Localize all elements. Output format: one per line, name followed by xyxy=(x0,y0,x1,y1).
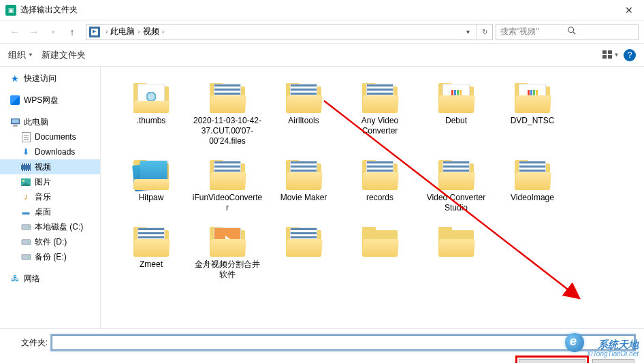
window-title: 选择输出文件夹 xyxy=(20,4,613,16)
folder-item[interactable]: .thumbs xyxy=(113,75,189,146)
folder-icon xyxy=(206,78,248,113)
view-mode-button[interactable]: ▼ xyxy=(602,48,619,63)
sidebar-item-3[interactable]: Documents xyxy=(0,129,100,144)
sidebar-label: 此电脑 xyxy=(24,116,48,128)
breadcrumb-item[interactable]: 此电脑 xyxy=(110,26,135,37)
titlebar: ▣ 选择输出文件夹 ✕ xyxy=(0,0,644,20)
nav-up-button[interactable]: ↑ xyxy=(63,23,82,41)
folder-icon xyxy=(511,78,553,113)
svg-line-1 xyxy=(573,32,576,35)
folder-item[interactable]: Video Converter Studio xyxy=(418,152,494,213)
sidebar-item-6[interactable]: 图片 xyxy=(0,174,100,189)
svg-rect-5 xyxy=(608,55,612,59)
folder-label: Movie Maker xyxy=(280,193,327,203)
sidebar-item-0[interactable]: ★快速访问 xyxy=(0,71,100,86)
folder-icon xyxy=(283,155,325,190)
organize-menu[interactable]: 组织▼ xyxy=(8,49,33,61)
folder-label: Airlltools xyxy=(288,116,319,126)
folder-item[interactable]: 2020-11-03-10-42-37.CUT.00'07-00'24.file… xyxy=(189,75,265,146)
sidebar-item-10[interactable]: 软件 (D:) xyxy=(0,234,100,249)
search-icon[interactable] xyxy=(567,26,634,37)
nav-recent-button[interactable]: ▾ xyxy=(44,23,63,41)
folder-icon xyxy=(435,221,477,257)
folder-item[interactable]: DVD_NTSC xyxy=(494,75,570,146)
sidebar-label: Downloads xyxy=(35,147,75,157)
nav-forward-button[interactable]: → xyxy=(25,23,44,41)
sidebar-label: 本地磁盘 (C:) xyxy=(35,221,83,233)
folder-label: iFunVideoConverter xyxy=(192,193,263,213)
breadcrumb-bar[interactable]: › 此电脑 › 视频 › ▾ ↻ xyxy=(86,24,493,40)
sidebar-label: 软件 (D:) xyxy=(35,236,67,248)
folder-item[interactable] xyxy=(418,219,494,280)
path-dropdown-button[interactable]: ▾ xyxy=(461,25,474,39)
sidebar-item-12[interactable]: 🖧网络 xyxy=(0,271,100,286)
folder-item[interactable]: 金舟视频分割合并软件 xyxy=(189,219,265,280)
new-folder-button[interactable]: 新建文件夹 xyxy=(42,49,86,61)
svg-rect-8 xyxy=(13,125,17,125)
svg-rect-2 xyxy=(602,50,607,54)
folder-item[interactable] xyxy=(265,219,342,280)
sidebar-item-1[interactable]: WPS网盘 xyxy=(0,93,100,108)
folder-icon xyxy=(130,155,172,190)
breadcrumb-sep-icon: › xyxy=(138,28,140,35)
sidebar: ★快速访问WPS网盘此电脑Documents⬇Downloads视频图片♪音乐▬… xyxy=(0,67,101,328)
folder-item[interactable]: Airlltools xyxy=(265,75,342,146)
svg-rect-9 xyxy=(12,125,18,126)
svg-rect-4 xyxy=(602,55,607,59)
folder-item[interactable]: Debut xyxy=(418,75,494,146)
svg-rect-7 xyxy=(12,119,18,123)
sidebar-item-5[interactable]: 视频 xyxy=(0,159,100,174)
refresh-button[interactable]: ↻ xyxy=(476,25,489,39)
svg-rect-3 xyxy=(608,50,612,54)
main-area: ★快速访问WPS网盘此电脑Documents⬇Downloads视频图片♪音乐▬… xyxy=(0,67,644,328)
folder-item[interactable]: records xyxy=(342,152,418,213)
folder-item[interactable]: Zmeet xyxy=(113,219,189,280)
file-grid[interactable]: .thumbs2020-11-03-10-42-37.CUT.00'07-00'… xyxy=(101,67,644,328)
sidebar-label: 音乐 xyxy=(35,191,51,203)
cancel-button[interactable]: 取消 xyxy=(592,359,634,363)
folder-label: records xyxy=(366,193,393,203)
folder-label: Any Video Converter xyxy=(344,116,415,136)
sidebar-item-11[interactable]: 备份 (E:) xyxy=(0,249,100,264)
app-icon: ▣ xyxy=(5,5,16,16)
sidebar-item-4[interactable]: ⬇Downloads xyxy=(0,144,100,159)
chevron-down-icon: ▼ xyxy=(614,52,619,58)
svg-point-13 xyxy=(28,241,29,242)
folder-icon xyxy=(130,78,172,113)
folder-label: 金舟视频分割合并软件 xyxy=(192,259,263,280)
sidebar-label: 备份 (E:) xyxy=(35,251,67,263)
folder-item[interactable]: VideoImage xyxy=(494,152,570,213)
svg-point-15 xyxy=(28,256,29,257)
bottom-panel: 文件夹: 选择文件夹 取消 xyxy=(0,328,644,363)
sidebar-label: 视频 xyxy=(35,161,51,173)
folder-icon xyxy=(359,155,401,190)
breadcrumb-sep-icon: › xyxy=(106,28,108,35)
nav-back-button[interactable]: ← xyxy=(5,23,25,41)
folder-icon xyxy=(130,221,172,257)
folder-name-input[interactable] xyxy=(52,335,634,350)
sidebar-item-7[interactable]: ♪音乐 xyxy=(0,189,100,204)
folder-label: Zmeet xyxy=(140,259,163,270)
select-folder-button[interactable]: 选择文件夹 xyxy=(519,359,585,363)
sidebar-item-9[interactable]: 本地磁盘 (C:) xyxy=(0,219,100,234)
sidebar-label: 网络 xyxy=(24,273,40,285)
video-library-icon xyxy=(89,27,100,37)
folder-item[interactable] xyxy=(342,219,418,280)
search-input[interactable]: 搜索"视频" xyxy=(496,24,639,40)
help-button[interactable]: ? xyxy=(624,49,636,61)
chevron-down-icon: ▼ xyxy=(28,52,33,58)
folder-item[interactable]: Any Video Converter xyxy=(342,75,418,146)
folder-icon xyxy=(359,78,401,113)
sidebar-label: WPS网盘 xyxy=(24,95,59,106)
folder-label: 2020-11-03-10-42-37.CUT.00'07-00'24.file… xyxy=(192,116,263,146)
breadcrumb-item[interactable]: 视频 xyxy=(143,26,159,37)
sidebar-item-2[interactable]: 此电脑 xyxy=(0,114,100,129)
sidebar-label: Documents xyxy=(35,132,76,142)
sidebar-item-8[interactable]: ▬桌面 xyxy=(0,204,100,219)
folder-icon xyxy=(435,78,477,113)
folder-label: DVD_NTSC xyxy=(511,116,555,126)
folder-item[interactable]: iFunVideoConverter xyxy=(189,152,265,213)
close-button[interactable]: ✕ xyxy=(613,0,644,20)
folder-item[interactable]: Hitpaw xyxy=(113,152,189,213)
folder-item[interactable]: Movie Maker xyxy=(265,152,342,213)
